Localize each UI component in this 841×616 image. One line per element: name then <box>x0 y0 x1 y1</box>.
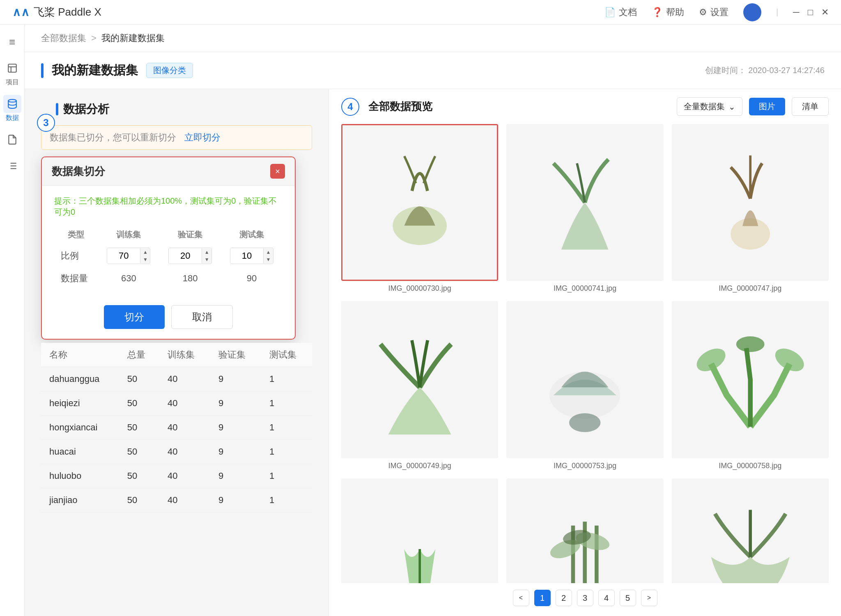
image-item[interactable]: IMG_00000741.jpg <box>506 124 663 293</box>
pagination: < 1 2 3 4 5 > <box>341 583 829 608</box>
val-count: 180 <box>159 268 221 289</box>
table-row: huacai 50 40 9 1 <box>41 440 312 464</box>
train-ratio-down[interactable]: ▼ <box>140 256 150 263</box>
image-item[interactable]: IMG_00000753.jpg <box>506 301 663 470</box>
row-val: 9 <box>210 464 261 488</box>
titlebar: ∧∧ 飞桨 Paddle X 📄 文档 ❓ 帮助 ⚙ 设置 | ─ □ ✕ <box>0 0 841 25</box>
logo-icon: ∧∧ <box>12 5 30 19</box>
train-ratio-input[interactable] <box>107 248 140 264</box>
step-3-badge: 3 <box>37 114 55 132</box>
test-ratio-down[interactable]: ▼ <box>263 256 273 263</box>
image-item[interactable]: IMG_00000763.jpg <box>672 478 829 583</box>
sidebar-item-project[interactable]: 项目 <box>3 59 21 87</box>
row-train: 40 <box>159 416 210 440</box>
cancel-split-button[interactable]: 取消 <box>171 305 233 329</box>
val-ratio-input[interactable] <box>169 248 202 264</box>
svg-point-20 <box>736 336 764 352</box>
ratio-label: 比例 <box>54 244 98 268</box>
row-test: 1 <box>261 464 312 488</box>
image-item[interactable]: IMG_00000730.jpg <box>341 124 498 293</box>
right-title-row: 4 全部数据预览 <box>341 98 432 116</box>
train-ratio-up[interactable]: ▲ <box>140 248 150 256</box>
row-name: heiqiezi <box>41 391 119 416</box>
dialog-footer: 切分 取消 <box>42 299 295 339</box>
row-val: 9 <box>210 488 261 513</box>
page-5-button[interactable]: 5 <box>620 590 636 606</box>
breadcrumb-all[interactable]: 全部数据集 <box>41 32 86 44</box>
page-1-button[interactable]: 1 <box>534 590 551 606</box>
val-ratio-input-wrap: ▲ ▼ <box>168 248 212 264</box>
left-panel: 3 数据分析 数据集已切分，您可以重新切分 立即切分 数据集切分 <box>25 89 329 616</box>
sidebar-item-list[interactable] <box>3 157 21 175</box>
section-bar <box>56 103 58 115</box>
train-ratio-spinner: ▲ ▼ <box>140 248 150 263</box>
col-total: 总量 <box>119 343 159 367</box>
docs-button[interactable]: 📄 文档 <box>604 6 637 18</box>
col-type: 类型 <box>54 226 98 244</box>
alert-link[interactable]: 立即切分 <box>184 131 221 144</box>
breadcrumb: 全部数据集 > 我的新建数据集 <box>25 25 841 52</box>
image-thumb <box>341 124 498 281</box>
row-test: 1 <box>261 440 312 464</box>
image-item[interactable]: IMG_00000749.jpg <box>341 301 498 470</box>
sidebar-item-doc[interactable] <box>3 131 21 149</box>
section-title-row: 数据分析 <box>56 101 312 117</box>
val-ratio-down[interactable]: ▼ <box>202 256 211 263</box>
test-ratio-input[interactable] <box>230 248 263 264</box>
row-train: 40 <box>159 464 210 488</box>
test-ratio-up[interactable]: ▲ <box>263 248 273 256</box>
page-4-button[interactable]: 4 <box>598 590 615 606</box>
svg-point-1 <box>8 99 16 102</box>
val-ratio-up[interactable]: ▲ <box>202 248 211 256</box>
view-image-button[interactable]: 图片 <box>749 98 785 115</box>
right-title: 全部数据预览 <box>368 99 432 114</box>
breadcrumb-current: 我的新建数据集 <box>101 32 165 44</box>
image-filename: IMG_00000753.jpg <box>554 462 616 470</box>
train-ratio-cell: ▲ ▼ <box>98 244 159 268</box>
maximize-button[interactable]: □ <box>808 7 813 18</box>
right-header: 4 全部数据预览 全量数据集 ⌄ 图片 清单 <box>341 97 829 116</box>
next-page-button[interactable]: > <box>641 590 657 606</box>
row-total: 50 <box>119 488 159 513</box>
section-container: 3 数据分析 数据集已切分，您可以重新切分 立即切分 数据集切分 <box>41 101 312 513</box>
image-filename: IMG_00000730.jpg <box>388 284 451 293</box>
sidebar-menu-icon[interactable]: ≡ <box>3 33 21 51</box>
dialog-header: 数据集切分 × <box>42 157 295 186</box>
test-ratio-input-wrap: ▲ ▼ <box>230 248 273 264</box>
image-filename: IMG_00000747.jpg <box>719 284 781 293</box>
image-thumb <box>506 124 663 281</box>
create-time: 创建时间： 2020-03-27 14:27:46 <box>705 65 825 76</box>
sidebar: ≡ 项目 数据 <box>0 25 25 616</box>
row-name: dahuanggua <box>41 367 119 391</box>
avatar[interactable] <box>743 3 761 21</box>
doc-icon <box>3 131 21 149</box>
image-item[interactable]: IMG_00000762.jpg <box>506 478 663 583</box>
image-item[interactable]: IMG_00000761.jpg <box>341 478 498 583</box>
page-title: 我的新建数据集 <box>52 62 138 79</box>
close-button[interactable]: ✕ <box>821 7 829 18</box>
prev-page-button[interactable]: < <box>513 590 529 606</box>
row-train: 40 <box>159 440 210 464</box>
confirm-split-button[interactable]: 切分 <box>104 305 165 329</box>
dialog-close-button[interactable]: × <box>270 164 285 179</box>
image-item[interactable]: IMG_00000758.jpg <box>672 301 829 470</box>
titlebar-right: 📄 文档 ❓ 帮助 ⚙ 设置 | ─ □ ✕ <box>604 3 829 21</box>
sidebar-item-data[interactable]: 数据 <box>3 95 21 122</box>
view-list-button[interactable]: 清单 <box>792 97 829 116</box>
settings-button[interactable]: ⚙ 设置 <box>699 6 728 18</box>
col-train: 训练集 <box>98 226 159 244</box>
image-item[interactable]: IMG_00000747.jpg <box>672 124 829 293</box>
dataset-select[interactable]: 全量数据集 ⌄ <box>677 97 742 116</box>
minimize-button[interactable]: ─ <box>793 7 800 18</box>
col-name: 名称 <box>41 343 119 367</box>
row-name: huluobo <box>41 464 119 488</box>
col-val: 验证集 <box>159 226 221 244</box>
page-3-button[interactable]: 3 <box>577 590 593 606</box>
row-val: 9 <box>210 391 261 416</box>
row-name: hongxiancai <box>41 416 119 440</box>
page-2-button[interactable]: 2 <box>556 590 572 606</box>
svg-point-16 <box>569 414 600 432</box>
help-button[interactable]: ❓ 帮助 <box>652 6 684 18</box>
image-thumb <box>672 124 829 281</box>
app-body: ≡ 项目 数据 全部数据集 > <box>0 25 841 616</box>
